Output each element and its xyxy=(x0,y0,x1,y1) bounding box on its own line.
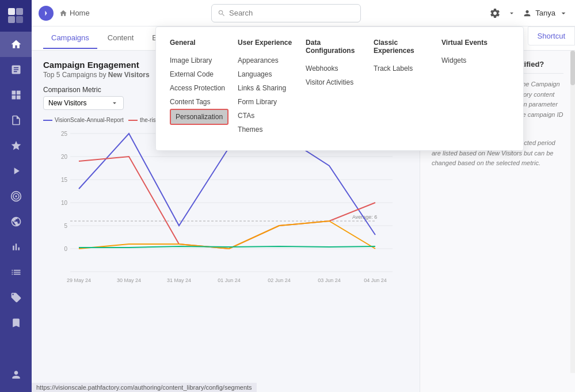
topnav: Home Tanya xyxy=(32,0,575,26)
sidebar-item-bookmark[interactable] xyxy=(0,310,32,336)
topnav-right: Tanya xyxy=(489,7,568,19)
legend-dot-1 xyxy=(128,120,138,121)
sidebar-item-list[interactable] xyxy=(0,260,32,285)
col-header-virtual: Virtual Events xyxy=(441,39,500,47)
svg-text:20: 20 xyxy=(61,154,68,160)
user-icon xyxy=(10,369,22,380)
dropdown-col-general: General Image Library External Code Acce… xyxy=(170,39,238,136)
tab-campaigns[interactable]: Campaigns xyxy=(43,28,97,49)
scroll-thumb[interactable] xyxy=(570,51,575,85)
expand-icon xyxy=(43,10,49,17)
sidebar-item-star[interactable] xyxy=(0,133,32,158)
dropdown-item-form-library[interactable]: Form Library xyxy=(238,95,296,109)
expand-button[interactable] xyxy=(39,6,54,21)
sidebar-item-content[interactable] xyxy=(0,108,32,133)
sidebar-item-user[interactable] xyxy=(0,362,32,387)
comparison-select[interactable]: New Visitors xyxy=(43,96,124,110)
user-menu-button[interactable]: Tanya xyxy=(523,9,568,18)
line-content-intelligence xyxy=(79,246,375,248)
dropdown-item-widgets[interactable]: Widgets xyxy=(441,54,500,67)
url-bar: https://visionscale.pathfactory.com/auth… xyxy=(32,383,257,392)
col-header-general: General xyxy=(170,39,229,47)
sidebar-item-home[interactable] xyxy=(0,32,32,57)
content-icon xyxy=(10,115,22,126)
dropdown-item-webhooks[interactable]: Webhooks xyxy=(306,62,364,75)
legend-item-0: VisionScale-Annual-Report xyxy=(43,117,124,123)
sidebar xyxy=(0,0,32,392)
dropdown-col-ux: User Experience Appearances Languages Li… xyxy=(238,39,306,136)
svg-text:0: 0 xyxy=(64,246,67,252)
dropdown-item-personalization[interactable]: Personalization xyxy=(170,109,229,125)
grid-icon xyxy=(10,89,22,101)
tag-icon xyxy=(10,292,22,303)
search-input[interactable] xyxy=(229,9,355,17)
breadcrumb: Home xyxy=(59,9,90,17)
comparison-chevron-icon xyxy=(111,99,119,107)
play-icon xyxy=(10,165,22,177)
svg-text:31 May 24: 31 May 24 xyxy=(167,277,191,283)
bar-chart-icon xyxy=(10,241,22,253)
svg-rect-2 xyxy=(8,16,15,23)
dropdown-item-links-sharing[interactable]: Links & Sharing xyxy=(238,81,296,95)
dropdown-item-languages[interactable]: Languages xyxy=(238,67,296,81)
search-bar[interactable] xyxy=(211,4,361,22)
star-icon xyxy=(10,140,22,151)
svg-text:03 Jun 24: 03 Jun 24 xyxy=(318,277,341,283)
col-header-data: Data Configurations xyxy=(306,39,364,55)
settings-caret-icon xyxy=(508,9,516,17)
analytics-icon xyxy=(10,64,22,75)
dropdown-item-appearances[interactable]: Appearances xyxy=(238,54,296,67)
svg-text:29 May 24: 29 May 24 xyxy=(67,277,91,283)
shortcut-button[interactable]: Shortcut xyxy=(528,26,575,45)
user-caret-icon xyxy=(559,9,568,18)
line-chart: 25 15 10 5 0 20 Average: 6 29 May 24 30 … xyxy=(43,128,408,289)
svg-text:15: 15 xyxy=(61,177,68,183)
svg-text:10: 10 xyxy=(61,200,68,206)
svg-rect-1 xyxy=(16,8,23,15)
dropdown-col-data: Data Configurations Webhooks Visitor Act… xyxy=(306,39,374,136)
dropdown-columns: General Image Library External Code Acce… xyxy=(170,39,509,136)
svg-text:25: 25 xyxy=(61,131,68,137)
subtitle-prefix: Top 5 Campaigns by xyxy=(43,71,106,79)
chart-container: 25 15 10 5 0 20 Average: 6 29 May 24 30 … xyxy=(43,128,408,283)
user-avatar-icon xyxy=(523,9,532,18)
dropdown-item-access-protection[interactable]: Access Protection xyxy=(170,81,229,95)
app-logo-icon xyxy=(8,8,24,24)
sidebar-item-play[interactable] xyxy=(0,158,32,184)
dropdown-col-classic: Classic Experiences Track Labels xyxy=(374,39,441,136)
sidebar-item-grid[interactable] xyxy=(0,82,32,108)
tab-content[interactable]: Content xyxy=(100,28,142,49)
breadcrumb-label: Home xyxy=(70,9,90,17)
dropdown-item-content-tags[interactable]: Content Tags xyxy=(170,95,229,109)
search-icon xyxy=(218,9,226,17)
sidebar-item-globe[interactable] xyxy=(0,209,32,234)
col-header-ux: User Experience xyxy=(238,39,296,47)
dropdown-item-external-code[interactable]: External Code xyxy=(170,67,229,81)
svg-point-6 xyxy=(15,195,17,197)
list-icon xyxy=(10,267,22,278)
sidebar-item-analytics[interactable] xyxy=(0,57,32,82)
dropdown-item-ctas[interactable]: CTAs xyxy=(238,109,296,123)
dropdown-item-image-library[interactable]: Image Library xyxy=(170,54,229,67)
sidebar-item-target[interactable] xyxy=(0,184,32,209)
dropdown-item-visitor-activities[interactable]: Visitor Activities xyxy=(306,75,364,89)
settings-icon[interactable] xyxy=(489,7,501,19)
svg-rect-0 xyxy=(8,8,15,15)
svg-text:30 May 24: 30 May 24 xyxy=(117,277,141,283)
comparison-value: New Visitors xyxy=(48,99,86,107)
user-name: Tanya xyxy=(535,9,555,17)
target-icon xyxy=(10,191,22,202)
dropdown-item-themes[interactable]: Themes xyxy=(238,123,296,136)
dropdown-item-track-labels[interactable]: Track Labels xyxy=(374,62,432,75)
svg-text:5: 5 xyxy=(64,223,67,229)
home-breadcrumb-icon xyxy=(59,9,67,17)
sidebar-logo[interactable] xyxy=(0,0,32,32)
bookmark-icon xyxy=(10,317,22,329)
globe-icon xyxy=(10,216,22,227)
home-icon xyxy=(10,39,22,50)
sidebar-item-reports[interactable] xyxy=(0,234,32,260)
legend-label-0: VisionScale-Annual-Report xyxy=(55,117,124,123)
sidebar-item-tag[interactable] xyxy=(0,285,32,310)
svg-text:04 Jun 24: 04 Jun 24 xyxy=(364,277,387,283)
line-abm xyxy=(79,221,375,249)
